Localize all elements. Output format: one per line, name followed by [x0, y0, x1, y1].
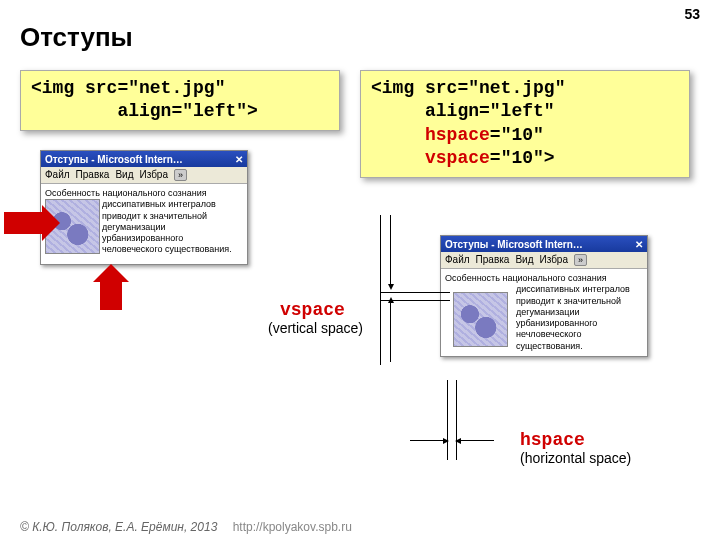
- footer-url: http://kpolyakov.spb.ru: [233, 520, 352, 534]
- browser-window-left: Отступы - Microsoft Intern… ✕ Файл Правк…: [40, 150, 248, 265]
- menu-view: Вид: [115, 169, 133, 181]
- code-indent: [371, 148, 425, 168]
- vspace-sublabel: (vertical space): [268, 320, 363, 336]
- guide-line-horizontal: [380, 292, 450, 293]
- menu-fav: Избра: [139, 169, 168, 181]
- slide-title: Отступы: [20, 22, 133, 53]
- browser-title-text: Отступы - Microsoft Intern…: [445, 239, 583, 250]
- browser-window-right: Отступы - Microsoft Intern… ✕ Файл Правк…: [440, 235, 648, 357]
- footer: © К.Ю. Поляков, Е.А. Ерёмин, 2013 http:/…: [20, 520, 352, 534]
- close-icon: ✕: [235, 154, 243, 165]
- guide-line-vertical: [380, 215, 381, 365]
- menu-fav: Избра: [539, 254, 568, 266]
- thin-arrow-down-icon: [390, 215, 391, 285]
- hspace-label: hspace: [520, 430, 585, 450]
- code-vspace-tail: ="10">: [490, 148, 555, 168]
- browser-menubar: Файл Правка Вид Избра »: [441, 252, 647, 269]
- red-arrow-right-icon: [4, 212, 44, 234]
- vspace-label: vspace: [280, 300, 345, 320]
- code-example-left: <img src="net.jpg" align="left">: [20, 70, 340, 131]
- browser-content: Особенность национального сознания дисси…: [41, 184, 247, 264]
- browser-title-text: Отступы - Microsoft Intern…: [45, 154, 183, 165]
- menu-file: Файл: [445, 254, 470, 266]
- menu-more-icon: »: [574, 254, 587, 266]
- browser-titlebar: Отступы - Microsoft Intern… ✕: [41, 151, 247, 167]
- code-vspace-keyword: vspace: [425, 148, 490, 168]
- hspace-sublabel: (horizontal space): [520, 450, 631, 466]
- code-hspace-tail: ="10": [490, 125, 544, 145]
- browser-content: Особенность национального сознания дисси…: [441, 269, 647, 356]
- thin-arrow-left-icon: [460, 440, 494, 441]
- menu-view: Вид: [515, 254, 533, 266]
- inline-image: [453, 292, 508, 347]
- code-example-right: <img src="net.jpg" align="left" hspace="…: [360, 70, 690, 178]
- guide-line-vertical: [456, 380, 457, 460]
- code-hspace-keyword: hspace: [425, 125, 490, 145]
- red-arrow-up-icon: [100, 280, 122, 310]
- footer-author: © К.Ю. Поляков, Е.А. Ерёмин, 2013: [20, 520, 217, 534]
- thin-arrow-up-icon: [390, 302, 391, 362]
- menu-edit: Правка: [76, 169, 110, 181]
- guide-line-horizontal: [380, 300, 450, 301]
- menu-file: Файл: [45, 169, 70, 181]
- thin-arrow-right-icon: [410, 440, 444, 441]
- guide-line-vertical: [447, 380, 448, 460]
- slide-number: 53: [684, 6, 700, 22]
- menu-edit: Правка: [476, 254, 510, 266]
- browser-titlebar: Отступы - Microsoft Intern… ✕: [441, 236, 647, 252]
- close-icon: ✕: [635, 239, 643, 250]
- browser-menubar: Файл Правка Вид Избра »: [41, 167, 247, 184]
- menu-more-icon: »: [174, 169, 187, 181]
